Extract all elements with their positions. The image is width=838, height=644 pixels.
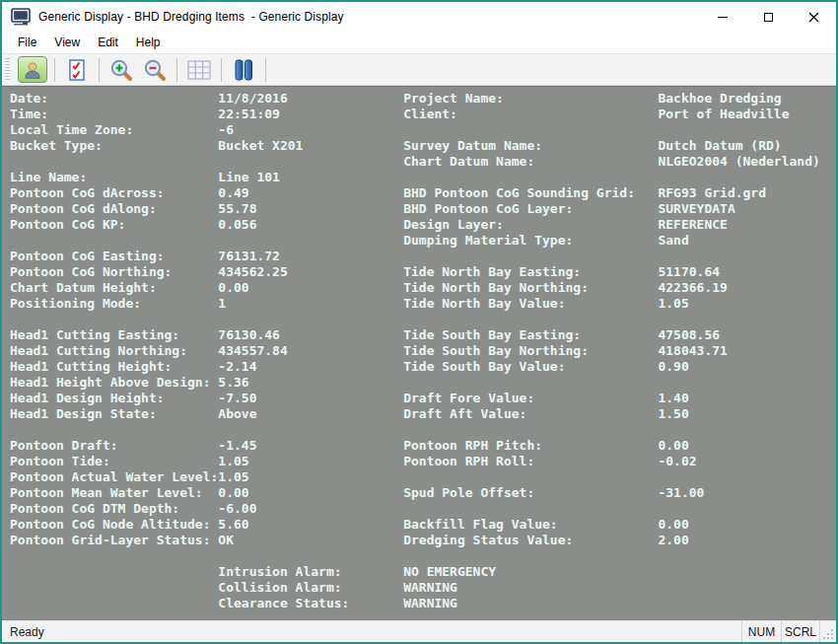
toolbar-separator	[54, 58, 55, 82]
status-bar: Ready NUM SCRL	[2, 620, 836, 642]
checklist-button[interactable]	[62, 56, 92, 83]
close-icon	[808, 12, 819, 23]
maximize-icon	[764, 13, 773, 22]
menu-view[interactable]: View	[46, 34, 88, 51]
status-message: Ready	[10, 625, 44, 639]
pause-icon	[233, 59, 254, 81]
zoom-in-button[interactable]	[106, 56, 136, 83]
display-text: Date: 11/8/2016 Project Name: Backhoe Dr…	[2, 87, 836, 611]
close-button[interactable]	[791, 2, 836, 32]
zoom-in-icon	[109, 58, 133, 82]
resize-grip-icon	[822, 628, 834, 640]
toolbar-gripper[interactable]	[5, 58, 10, 82]
scroll-lock-indicator: SCRL	[781, 621, 820, 642]
toolbar-separator	[221, 58, 222, 82]
toolbar-separator	[176, 58, 177, 82]
resize-grip[interactable]	[820, 621, 836, 642]
checklist-icon	[67, 59, 87, 81]
toolbar	[2, 53, 836, 86]
grid-icon	[187, 60, 211, 80]
app-icon	[11, 8, 31, 26]
pause-button[interactable]	[229, 56, 258, 83]
zoom-out-icon	[143, 58, 167, 82]
menu-edit[interactable]: Edit	[90, 34, 126, 51]
toolbar-separator	[99, 58, 100, 82]
window-title: Generic Display - BHD Dredging Items - G…	[38, 10, 344, 24]
maximize-button[interactable]	[745, 2, 791, 32]
menu-help[interactable]: Help	[128, 34, 169, 51]
menu-bar: File View Edit Help	[2, 32, 836, 53]
minimize-icon	[718, 17, 728, 18]
title-bar[interactable]: Generic Display - BHD Dredging Items - G…	[2, 2, 836, 32]
app-window: Generic Display - BHD Dredging Items - G…	[0, 0, 838, 644]
user-icon	[23, 60, 42, 80]
display-area: Date: 11/8/2016 Project Name: Backhoe Dr…	[2, 86, 836, 620]
zoom-out-button[interactable]	[140, 56, 170, 83]
num-lock-indicator: NUM	[741, 621, 781, 642]
window-controls	[700, 2, 836, 32]
minimize-button[interactable]	[700, 2, 745, 32]
status-indicators: NUM SCRL	[741, 621, 836, 642]
menu-file[interactable]: File	[10, 34, 44, 51]
user-button[interactable]	[18, 56, 47, 83]
monitor-icon	[11, 8, 31, 26]
grid-button[interactable]	[184, 56, 214, 83]
toolbar-separator	[265, 58, 266, 82]
